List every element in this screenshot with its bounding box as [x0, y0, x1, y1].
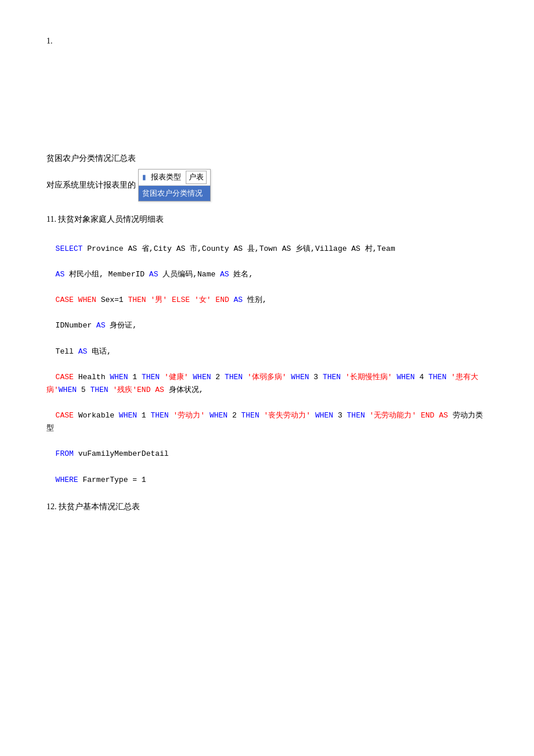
popup-header-value: 户表 — [186, 171, 207, 184]
kw-then-h1: THEN — [142, 373, 160, 381]
kw-when-w2: WHEN — [205, 411, 228, 420]
kw-case1: CASE WHEN — [56, 296, 96, 304]
str-male: '男' — [150, 296, 167, 304]
kw-then-w1: THEN — [150, 411, 168, 420]
h1-val: 1 — [128, 373, 141, 381]
kw-where: WHERE — [56, 476, 78, 484]
code-block-section11: SELECT Province AS 省,City AS 市,County AS… — [46, 230, 488, 487]
str-healthy: '健康' — [160, 373, 188, 381]
str-no-labor: '无劳动能力' — [365, 411, 416, 420]
popup-header-label: 报表类型 — [151, 171, 181, 183]
from-table: vuFamilyMemberDetail — [74, 449, 169, 458]
str-disabled: '残疾' — [109, 386, 137, 394]
health-alias: 身体状况, — [164, 386, 204, 394]
select-fields: Province AS 省,City AS 市,County AS 县,Town… — [82, 244, 395, 253]
memberid-field: 人员编码,Name — [158, 270, 220, 279]
tell-alias: 电话, — [87, 347, 111, 356]
team-field: 村民小组, MemberID — [64, 270, 149, 279]
idnumber-field: IDNumber — [56, 321, 96, 330]
table-icon: ▮ — [142, 172, 146, 183]
kw-then-h2: THEN — [225, 373, 243, 381]
str-weak: '体弱多病' — [243, 373, 286, 381]
w2-val: 2 — [228, 411, 241, 420]
name-field: 姓名, — [229, 270, 254, 279]
kw-then-w3: THEN — [347, 411, 365, 420]
kw-when-h5: WHEN — [59, 386, 77, 394]
popup-selected-row[interactable]: 贫困农户分类情况 — [139, 186, 210, 201]
section-12-heading: 12. 扶贫户基本情况汇总表 — [46, 501, 488, 513]
w3-val: 3 — [333, 411, 347, 420]
space2 — [167, 296, 172, 304]
kw-as-sex: AS — [234, 296, 243, 304]
str-lost-labor: '丧失劳动力' — [259, 411, 311, 420]
kw-when-h1: WHEN — [110, 373, 128, 381]
kw-as2: AS — [149, 270, 158, 279]
kw-then-h3: THEN — [323, 373, 341, 381]
kw-when-w1: WHEN — [119, 411, 137, 420]
tell-field: Tell — [56, 347, 78, 356]
str-labor: '劳动力' — [169, 411, 205, 420]
kw-else1: ELSE — [172, 296, 190, 304]
space3 — [190, 296, 194, 304]
kw-from: FROM — [56, 449, 74, 458]
popup-selected-text: 贫困农户分类情况 — [142, 188, 203, 200]
kw-select: SELECT — [56, 244, 83, 253]
kw-when-h3: WHEN — [287, 373, 309, 381]
space5 — [229, 296, 234, 304]
report-type-popup[interactable]: ▮ 报表类型 户表 贫困农户分类情况 — [138, 169, 211, 202]
sex-condition: Sex=1 — [96, 296, 128, 304]
kw-as1: AS — [56, 270, 65, 279]
kw-then-h4: THEN — [428, 373, 446, 381]
top-number: 1. — [46, 35, 488, 48]
kw-as3: AS — [220, 270, 229, 279]
w1-val: 1 — [137, 411, 150, 420]
h3-val: 3 — [309, 373, 323, 381]
popup-header-row: ▮ 报表类型 户表 — [139, 170, 210, 186]
desc-before-text: 对应系统里统计报表里的 — [46, 179, 136, 192]
kw-end1: END — [215, 296, 229, 304]
id-alias: 身份证, — [105, 321, 137, 330]
health-field: Health — [74, 373, 110, 381]
str-female: '女' — [194, 296, 211, 304]
where-clause: FarmerType = 1 — [78, 476, 146, 484]
workable-field: Workable — [74, 411, 119, 420]
kw-when-h4: WHEN — [392, 373, 415, 381]
kw-as-id: AS — [96, 321, 106, 330]
section-11-heading: 11. 扶贫对象家庭人员情况明细表 — [46, 213, 488, 226]
kw-then-w2: THEN — [241, 411, 259, 420]
widget-desc-row: 对应系统里统计报表里的 ▮ 报表类型 户表 贫困农户分类情况 — [46, 169, 488, 202]
table-title: 贫困农户分类情况汇总表 — [46, 152, 488, 165]
kw-when-h2: WHEN — [189, 373, 211, 381]
h2-val: 2 — [211, 373, 225, 381]
section-12: 12. 扶贫户基本情况汇总表 — [46, 501, 488, 513]
kw-end-h: END AS — [137, 386, 164, 394]
h5-val: 5 — [77, 386, 90, 394]
str-chronic: '长期慢性病' — [341, 373, 392, 381]
kw-as-tell: AS — [78, 347, 88, 356]
kw-when-w3: WHEN — [311, 411, 333, 420]
kw-then1: THEN — [128, 296, 146, 304]
h4-val: 4 — [415, 373, 428, 381]
kw-then-h5: THEN — [90, 386, 108, 394]
kw-end-w: END AS — [416, 411, 448, 420]
kw-case2: CASE — [56, 373, 74, 381]
sex-alias: 性别, — [243, 296, 267, 304]
kw-case3: CASE — [56, 411, 74, 420]
